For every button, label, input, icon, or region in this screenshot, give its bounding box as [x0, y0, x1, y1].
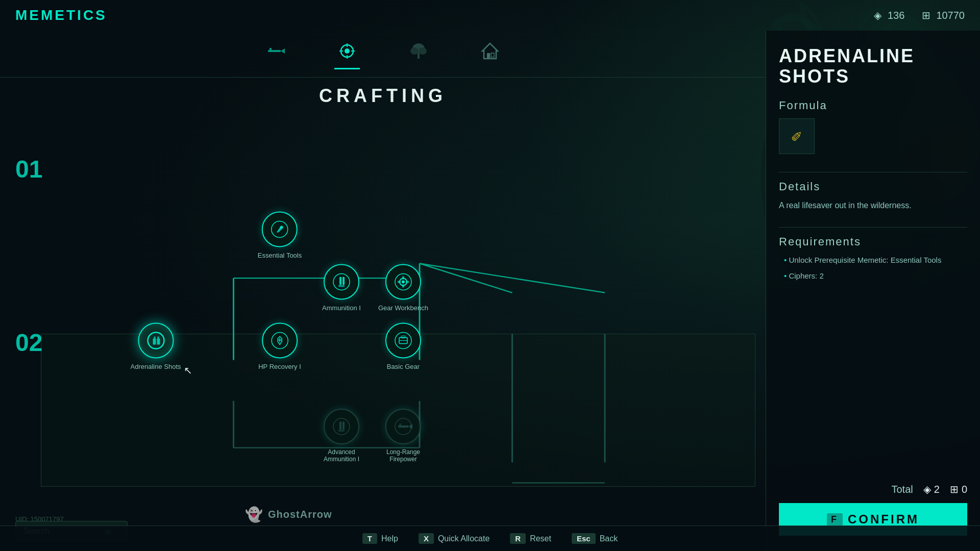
right-panel: ADRENALINE SHOTS Formula ✏ Details A rea…: [766, 31, 980, 551]
svg-point-32: [280, 226, 283, 229]
node-long-range-firepower[interactable]: Long-Range Firepower: [375, 409, 431, 463]
svg-point-15: [419, 47, 427, 55]
svg-rect-42: [398, 281, 401, 283]
xp-stat: ⊞ 10770: [920, 9, 965, 21]
node-circle-essential-tools: [262, 212, 298, 247]
svg-rect-36: [338, 285, 345, 287]
game-title: MEMETICS: [15, 7, 107, 23]
action-back: Esc Back: [572, 533, 618, 544]
svg-rect-61: [398, 425, 408, 428]
svg-rect-35: [342, 277, 345, 285]
svg-rect-45: [153, 339, 156, 345]
node-hp-recovery-i[interactable]: HP Recovery I: [258, 323, 301, 370]
key-esc: Esc: [572, 533, 596, 544]
cipher-value: 136: [888, 10, 904, 21]
confirm-label: CONFIRM: [848, 512, 919, 527]
svg-rect-48: [157, 337, 159, 339]
action-help: T Help: [362, 533, 398, 544]
main-content: CRAFTING 01 02 .conn { stroke: #1a5048; …: [0, 31, 766, 551]
svg-marker-5: [281, 48, 285, 54]
svg-rect-6: [270, 48, 272, 50]
tab-nature-icon: [406, 38, 431, 64]
node-label-basic-gear: Basic Gear: [387, 363, 420, 370]
details-label: Details: [779, 180, 967, 193]
svg-rect-18: [487, 53, 490, 59]
node-essential-tools[interactable]: Essential Tools: [258, 212, 302, 259]
node-label-long-range-firepower: Long-Range Firepower: [375, 448, 431, 463]
requirement-1: Unlock Prerequisite Memetic: Essential T…: [779, 255, 967, 266]
svg-line-20: [420, 263, 512, 292]
requirements-label: Requirements: [779, 235, 967, 248]
details-text: A real lifesaver out in the wilderness.: [779, 199, 967, 212]
svg-point-8: [345, 48, 350, 54]
svg-rect-46: [157, 339, 160, 345]
top-stats: ◈ 136 ⊞ 10770: [871, 9, 965, 21]
section-label-01: 01: [15, 155, 42, 183]
panel-item-title: ADRENALINE SHOTS: [779, 46, 967, 86]
xp-icon: ⊞: [920, 9, 932, 21]
action-quick-allocate: X Quick Allocate: [419, 533, 489, 544]
tab-home[interactable]: [470, 36, 510, 72]
svg-rect-47: [154, 337, 155, 339]
tab-weapons-icon: [263, 38, 288, 64]
svg-rect-34: [339, 277, 341, 285]
tab-nature[interactable]: [398, 36, 439, 72]
total-ciphers: ◈ 2: [923, 483, 940, 495]
tab-active-line: [334, 68, 360, 69]
node-basic-gear[interactable]: Basic Gear: [385, 323, 421, 370]
node-circle-long-range-firepower: [385, 409, 421, 444]
node-circle-adrenaline-shots: [138, 323, 174, 359]
node-advanced-ammunition-i[interactable]: Advanced Ammunition I: [313, 409, 370, 463]
cipher-icon-total: ◈: [923, 483, 931, 495]
section-title: CRAFTING: [0, 78, 766, 114]
node-adrenaline-shots[interactable]: Adrenaline Shots: [130, 323, 181, 370]
node-label-advanced-ammunition-i: Advanced Ammunition I: [313, 448, 370, 463]
top-bar: MEMETICS ◈ 136 ⊞ 10770: [0, 0, 980, 31]
formula-label: Formula: [779, 99, 967, 112]
tab-weapons[interactable]: [255, 36, 296, 72]
xp-icon-total: ⊞: [950, 483, 959, 495]
tab-crafting[interactable]: [327, 36, 368, 72]
svg-rect-63: [399, 423, 401, 425]
formula-icon: ✏: [787, 126, 807, 146]
svg-rect-16: [418, 54, 420, 59]
label-help: Help: [381, 534, 398, 543]
key-x: X: [419, 533, 434, 544]
divider-2: [779, 227, 967, 228]
node-ammunition-i[interactable]: Ammunition I: [322, 264, 361, 312]
key-t: T: [362, 533, 377, 544]
svg-rect-40: [402, 277, 404, 280]
node-circle-advanced-ammunition-i: [324, 409, 359, 444]
label-reset: Reset: [530, 534, 551, 543]
uid-label: UID: 150071797: [15, 515, 64, 523]
bottom-bar: T Help X Quick Allocate R Reset Esc Back: [0, 525, 980, 551]
svg-rect-59: [338, 430, 345, 432]
section-label-02: 02: [15, 329, 42, 357]
node-circle-hp-recovery-i: [262, 323, 298, 359]
node-label-hp-recovery-i: HP Recovery I: [258, 363, 301, 370]
requirement-2: Ciphers: 2: [779, 270, 967, 282]
confirm-key: F: [827, 513, 843, 526]
tab-crafting-icon: [334, 38, 360, 64]
formula-box: ✏: [779, 118, 815, 154]
label-quick-allocate: Quick Allocate: [438, 534, 489, 543]
label-back: Back: [600, 534, 618, 543]
svg-point-14: [410, 47, 419, 55]
total-label: Total: [892, 484, 913, 495]
node-gear-workbench[interactable]: Gear Workbench: [378, 264, 428, 312]
svg-rect-4: [268, 50, 281, 52]
logo-text: GhostArrow: [268, 509, 332, 520]
tab-home-icon: [477, 38, 503, 64]
svg-rect-43: [406, 281, 409, 283]
svg-point-39: [402, 281, 405, 284]
category-tabs: [0, 31, 766, 78]
svg-rect-41: [402, 285, 404, 288]
total-values: ◈ 2 ⊞ 0: [923, 483, 967, 495]
svg-rect-57: [339, 421, 341, 430]
xp-value: 10770: [936, 10, 965, 21]
svg-line-21: [420, 263, 605, 292]
node-label-adrenaline-shots: Adrenaline Shots: [130, 363, 181, 370]
skill-tree: 01 02 .conn { stroke: #1a5048; stroke-wi…: [0, 114, 766, 551]
node-circle-gear-workbench: [385, 264, 421, 300]
action-reset: R Reset: [510, 533, 551, 544]
